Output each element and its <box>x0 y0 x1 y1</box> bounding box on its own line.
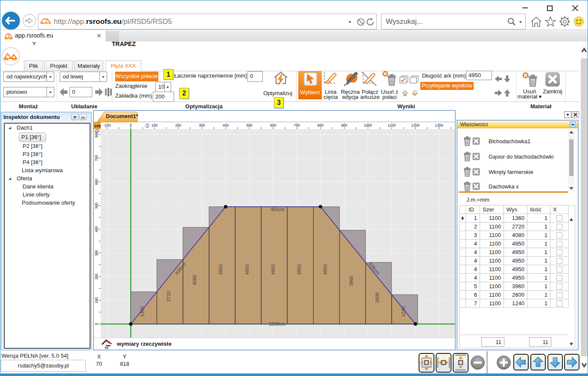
svg-text:2600: 2600 <box>375 292 380 303</box>
svg-text:0: 0 <box>94 323 99 325</box>
svg-text:400cm: 400cm <box>271 207 285 212</box>
svg-text:800: 800 <box>317 123 324 127</box>
svg-text:-100: -100 <box>103 123 111 127</box>
svg-text:100: 100 <box>94 297 99 304</box>
svg-text:1000: 1000 <box>364 123 372 127</box>
svg-text:4950: 4950 <box>245 264 250 275</box>
svg-text:1100: 1100 <box>388 123 396 127</box>
svg-text:1300: 1300 <box>435 123 443 127</box>
svg-text:1200cm: 1200cm <box>269 321 285 327</box>
svg-text:4950: 4950 <box>297 264 302 275</box>
svg-text:500: 500 <box>246 123 253 127</box>
svg-text:300: 300 <box>94 250 99 256</box>
svg-text:300: 300 <box>199 123 205 127</box>
svg-text:0: 0 <box>130 123 132 127</box>
svg-text:500: 500 <box>94 202 99 209</box>
svg-text:1360: 1360 <box>140 307 145 317</box>
svg-text:1240: 1240 <box>401 307 406 317</box>
svg-text:4080: 4080 <box>192 275 197 285</box>
svg-text:Yr: Yr <box>105 346 109 350</box>
svg-text:1200: 1200 <box>411 123 419 127</box>
svg-text:4950: 4950 <box>323 264 328 275</box>
svg-text:700: 700 <box>94 155 99 161</box>
svg-text:3960: 3960 <box>349 276 354 286</box>
svg-text:800: 800 <box>94 131 99 138</box>
svg-text:4950: 4950 <box>218 264 224 275</box>
svg-text:400: 400 <box>223 123 229 127</box>
svg-text:600: 600 <box>94 179 99 185</box>
svg-text:200: 200 <box>175 123 181 127</box>
svg-text:600: 600 <box>270 123 277 127</box>
svg-text:400: 400 <box>94 226 99 232</box>
svg-text:700: 700 <box>294 123 300 127</box>
svg-text:4950: 4950 <box>271 264 276 275</box>
svg-text:2720: 2720 <box>166 291 171 301</box>
svg-text:200: 200 <box>94 273 99 280</box>
svg-text:100: 100 <box>151 123 158 127</box>
svg-text:900: 900 <box>341 123 347 127</box>
